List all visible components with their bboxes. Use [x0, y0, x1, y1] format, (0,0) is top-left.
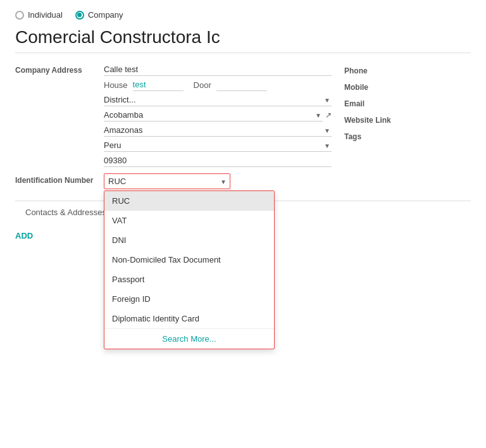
country-select[interactable]: Peru [104, 139, 332, 152]
email-input[interactable] [401, 99, 486, 109]
phone-label: Phone [344, 66, 401, 75]
website-label: Website Link [344, 116, 401, 125]
entity-type-selector: Individual Company [15, 10, 471, 20]
add-button[interactable]: ADD [15, 231, 33, 240]
dropdown-item-diplomatic[interactable]: Diplomatic Identity Card [104, 309, 274, 328]
state-select[interactable]: Amazonas [104, 124, 332, 137]
individual-radio[interactable] [15, 11, 24, 20]
tab-contacts[interactable]: Contacts & Addresses [15, 201, 116, 225]
phone-row: Phone [344, 66, 471, 76]
city-wrap: Acobamba ▼ [104, 109, 323, 121]
form-right-panel: Phone Mobile Email Website Link Tags [344, 63, 471, 193]
id-select-wrapper: RUC ▼ [104, 173, 230, 189]
identification-field-wrapper: RUC ▼ RUC VAT DNI Non-Domiciled Tax Docu… [104, 173, 230, 189]
address-row: Company Address House Door Distric [15, 63, 332, 170]
phone-input[interactable] [401, 66, 486, 76]
country-wrapper: Peru ▼ [104, 139, 332, 152]
house-input[interactable] [133, 78, 184, 91]
house-label: House [104, 80, 128, 90]
tags-label: Tags [344, 132, 401, 141]
external-link-icon[interactable]: ↗ [325, 111, 332, 120]
door-label: Door [194, 80, 211, 90]
email-label: Email [344, 99, 401, 108]
company-title: Comercial Constructora Ic [15, 27, 471, 53]
dropdown-item-ruc[interactable]: RUC [104, 191, 274, 211]
address-label: Company Address [15, 63, 104, 75]
individual-label: Individual [28, 10, 63, 20]
website-row: Website Link [344, 115, 471, 125]
page-container: Individual Company Comercial Constructor… [0, 0, 486, 448]
street-input[interactable] [104, 63, 332, 76]
company-label: Company [88, 10, 123, 20]
tags-row: Tags [344, 132, 471, 142]
district-select[interactable]: District... [104, 94, 332, 106]
tags-input[interactable] [401, 132, 486, 142]
identification-row: Identification Number RUC ▼ RUC VAT DNI … [15, 173, 332, 189]
mobile-row: Mobile [344, 82, 471, 92]
identification-label: Identification Number [15, 173, 104, 185]
address-fields: House Door District... ▼ [104, 63, 332, 170]
house-door-row: House Door [104, 78, 332, 91]
identification-dropdown: RUC VAT DNI Non-Domiciled Tax Document P… [104, 190, 275, 349]
individual-option[interactable]: Individual [15, 10, 63, 20]
identification-select[interactable]: RUC [104, 173, 230, 189]
zip-input[interactable] [104, 154, 332, 167]
company-radio[interactable] [75, 11, 84, 20]
district-wrapper: District... ▼ [104, 94, 332, 106]
dropdown-item-foreign-id[interactable]: Foreign ID [104, 289, 274, 309]
city-select[interactable]: Acobamba [104, 109, 323, 121]
main-form: Company Address House Door Distric [15, 63, 471, 193]
dropdown-item-dni[interactable]: DNI [104, 230, 274, 250]
search-more-link[interactable]: Search More... [104, 328, 274, 349]
dropdown-item-ndtd[interactable]: Non-Domiciled Tax Document [104, 250, 274, 270]
door-input[interactable] [216, 78, 267, 91]
mobile-label: Mobile [344, 83, 401, 92]
email-row: Email [344, 99, 471, 109]
dropdown-item-vat[interactable]: VAT [104, 211, 274, 230]
company-option[interactable]: Company [75, 10, 123, 20]
form-left-panel: Company Address House Door Distric [15, 63, 332, 193]
dropdown-item-passport[interactable]: Passport [104, 270, 274, 289]
city-row: Acobamba ▼ ↗ [104, 109, 332, 121]
website-input[interactable] [401, 115, 486, 125]
state-wrapper: Amazonas ▼ [104, 124, 332, 137]
mobile-input[interactable] [401, 82, 486, 92]
